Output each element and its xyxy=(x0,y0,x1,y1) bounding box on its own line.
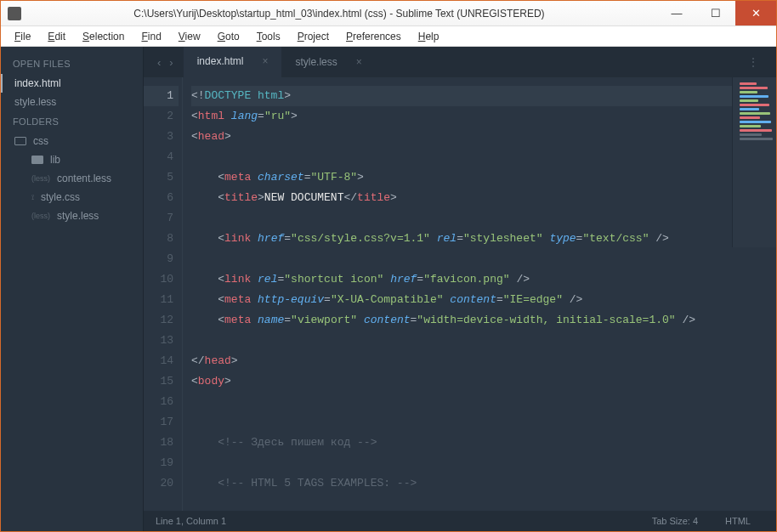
workspace: OPEN FILES index.htmlstyle.less FOLDERS … xyxy=(1,47,776,531)
code-line[interactable]: </head> xyxy=(191,351,776,371)
code-line[interactable]: <link href="css/style.css?v=1.1" rel="st… xyxy=(191,229,776,249)
file-badge: ⟟ xyxy=(31,193,34,202)
code-line[interactable]: <link rel="shortcut icon" href="favicon.… xyxy=(191,269,776,290)
statusbar: Line 1, Column 1 Tab Size: 4 HTML xyxy=(144,511,776,531)
tab-label: index.html xyxy=(197,55,244,67)
menubar: FileEditSelectionFindViewGotoToolsProjec… xyxy=(1,26,776,47)
window-title: C:\Users\Yurij\Desktop\startup_html_03\i… xyxy=(21,8,657,20)
file-badge: (less) xyxy=(31,212,50,220)
folder-root[interactable]: css xyxy=(1,132,143,150)
app-window: C:\Users\Yurij\Desktop\startup_html_03\i… xyxy=(0,0,777,532)
app-icon xyxy=(8,7,21,20)
file-item[interactable]: (less)content.less xyxy=(1,169,143,188)
folder-root-label: css xyxy=(33,135,48,147)
code-line[interactable] xyxy=(191,147,776,167)
folders-header: FOLDERS xyxy=(1,111,143,132)
code-line[interactable] xyxy=(191,453,776,473)
editor-area: ‹ › index.html×style.less× ⋮ 12345678910… xyxy=(144,47,776,531)
file-item[interactable]: ⟟style.css xyxy=(1,188,143,207)
status-tabsize[interactable]: Tab Size: 4 xyxy=(638,516,712,526)
code-line[interactable] xyxy=(191,208,776,229)
minimap[interactable] xyxy=(732,77,776,247)
menu-preferences[interactable]: Preferences xyxy=(339,29,408,44)
menu-file[interactable]: File xyxy=(8,29,37,44)
code-line[interactable]: <meta name="viewport" content="width=dev… xyxy=(191,310,776,331)
code-line[interactable] xyxy=(191,392,776,412)
folder-icon xyxy=(31,156,43,164)
menu-find[interactable]: Find xyxy=(134,29,167,44)
titlebar[interactable]: C:\Users\Yurij\Desktop\startup_html_03\i… xyxy=(1,1,776,26)
code-line[interactable]: <title>NEW DOCUMENT</title> xyxy=(191,188,776,208)
code-line[interactable] xyxy=(191,249,776,269)
status-syntax[interactable]: HTML xyxy=(712,516,764,526)
menu-project[interactable]: Project xyxy=(291,29,336,44)
code-line[interactable]: <meta http-equiv="X-UA-Compatible" conte… xyxy=(191,290,776,310)
code-area[interactable]: 1234567891011121314151617181920 <!DOCTYP… xyxy=(144,77,776,511)
tab-close-icon[interactable]: × xyxy=(356,56,362,68)
file-item[interactable]: (less)style.less xyxy=(1,207,143,225)
file-badge: (less) xyxy=(31,174,50,183)
close-button[interactable]: ✕ xyxy=(735,1,776,25)
code-line[interactable]: <meta charset="UTF-8"> xyxy=(191,167,776,188)
tab-label: style.less xyxy=(295,56,337,68)
code-line[interactable] xyxy=(191,331,776,351)
tab-nav: ‹ › xyxy=(147,56,184,69)
open-files-header: OPEN FILES xyxy=(1,54,143,74)
open-file-item[interactable]: index.html xyxy=(1,74,143,93)
code-line[interactable]: <!DOCTYPE html> xyxy=(191,86,776,106)
menu-goto[interactable]: Goto xyxy=(211,29,247,44)
code-line[interactable]: <body> xyxy=(191,371,776,392)
tab[interactable]: index.html× xyxy=(184,47,282,77)
code-line[interactable]: <!-- HTML 5 TAGS EXAMPLES: --> xyxy=(191,473,776,494)
status-position: Line 1, Column 1 xyxy=(156,516,226,526)
menu-tools[interactable]: Tools xyxy=(250,29,287,44)
minimize-button[interactable]: — xyxy=(657,1,696,25)
tab[interactable]: style.less× xyxy=(281,47,375,77)
code-line[interactable]: <html lang="ru"> xyxy=(191,106,776,127)
window-controls: — ☐ ✕ xyxy=(657,1,776,25)
menu-edit[interactable]: Edit xyxy=(41,29,72,44)
menu-view[interactable]: View xyxy=(172,29,207,44)
nav-back-icon[interactable]: ‹ xyxy=(157,56,161,69)
open-file-item[interactable]: style.less xyxy=(1,93,143,111)
tab-close-icon[interactable]: × xyxy=(262,55,268,67)
tab-menu-icon[interactable]: ⋮ xyxy=(735,55,773,69)
code-line[interactable]: <!-- Здесь пишем код --> xyxy=(191,433,776,453)
sidebar: OPEN FILES index.htmlstyle.less FOLDERS … xyxy=(1,47,144,531)
code-line[interactable] xyxy=(191,412,776,433)
nav-forward-icon[interactable]: › xyxy=(169,56,173,69)
maximize-button[interactable]: ☐ xyxy=(696,1,735,25)
folder-item[interactable]: lib xyxy=(1,150,143,169)
code-content[interactable]: <!DOCTYPE html><html lang="ru"><head> <m… xyxy=(183,77,776,511)
menu-help[interactable]: Help xyxy=(411,29,446,44)
tabbar: ‹ › index.html×style.less× ⋮ xyxy=(144,47,776,77)
menu-selection[interactable]: Selection xyxy=(76,29,131,44)
gutter: 1234567891011121314151617181920 xyxy=(144,77,183,511)
folder-icon xyxy=(14,137,26,145)
code-line[interactable]: <head> xyxy=(191,127,776,147)
